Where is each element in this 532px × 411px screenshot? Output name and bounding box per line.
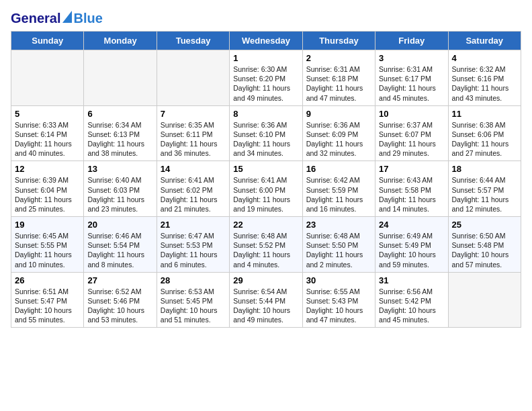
calendar-cell: 24Sunrise: 6:49 AM Sunset: 5:49 PM Dayli… bbox=[375, 217, 448, 273]
day-number: 16 bbox=[306, 164, 371, 174]
weekday-header-thursday: Thursday bbox=[302, 32, 375, 50]
day-number: 19 bbox=[15, 220, 80, 230]
calendar-cell: 23Sunrise: 6:48 AM Sunset: 5:50 PM Dayli… bbox=[302, 217, 375, 273]
day-info: Sunrise: 6:34 AM Sunset: 6:13 PM Dayligh… bbox=[87, 120, 152, 158]
day-info: Sunrise: 6:43 AM Sunset: 5:58 PM Dayligh… bbox=[379, 175, 444, 214]
day-number: 4 bbox=[452, 53, 517, 63]
day-info: Sunrise: 6:32 AM Sunset: 6:16 PM Dayligh… bbox=[452, 64, 517, 103]
day-info: Sunrise: 6:54 AM Sunset: 5:44 PM Dayligh… bbox=[233, 287, 298, 325]
day-info: Sunrise: 6:36 AM Sunset: 6:10 PM Dayligh… bbox=[233, 120, 298, 158]
day-info: Sunrise: 6:30 AM Sunset: 6:20 PM Dayligh… bbox=[233, 64, 298, 103]
day-info: Sunrise: 6:33 AM Sunset: 6:14 PM Dayligh… bbox=[15, 120, 80, 158]
calendar-cell: 12Sunrise: 6:39 AM Sunset: 6:04 PM Dayli… bbox=[11, 161, 84, 217]
calendar-cell: 21Sunrise: 6:47 AM Sunset: 5:53 PM Dayli… bbox=[157, 217, 229, 273]
day-number: 24 bbox=[379, 220, 444, 230]
day-number: 20 bbox=[87, 220, 152, 230]
calendar-cell: 9Sunrise: 6:36 AM Sunset: 6:09 PM Daylig… bbox=[302, 105, 375, 161]
day-number: 21 bbox=[161, 220, 226, 230]
calendar-cell bbox=[11, 50, 84, 106]
weekday-header-sunday: Sunday bbox=[11, 32, 84, 50]
day-number: 3 bbox=[379, 53, 444, 63]
logo-general-text: General bbox=[11, 11, 60, 25]
calendar-cell: 8Sunrise: 6:36 AM Sunset: 6:10 PM Daylig… bbox=[230, 105, 302, 161]
day-info: Sunrise: 6:55 AM Sunset: 5:43 PM Dayligh… bbox=[306, 287, 371, 325]
day-number: 12 bbox=[15, 164, 80, 174]
day-info: Sunrise: 6:38 AM Sunset: 6:06 PM Dayligh… bbox=[452, 120, 517, 158]
day-number: 18 bbox=[452, 164, 517, 174]
calendar-cell: 4Sunrise: 6:32 AM Sunset: 6:16 PM Daylig… bbox=[448, 50, 521, 106]
day-number: 6 bbox=[87, 109, 152, 119]
day-number: 13 bbox=[87, 164, 152, 174]
calendar-cell: 15Sunrise: 6:41 AM Sunset: 6:00 PM Dayli… bbox=[230, 161, 302, 217]
day-info: Sunrise: 6:48 AM Sunset: 5:52 PM Dayligh… bbox=[233, 231, 298, 269]
calendar-cell bbox=[84, 50, 157, 106]
day-number: 25 bbox=[452, 220, 517, 230]
calendar-cell: 27Sunrise: 6:52 AM Sunset: 5:46 PM Dayli… bbox=[84, 272, 157, 328]
calendar-cell: 19Sunrise: 6:45 AM Sunset: 5:55 PM Dayli… bbox=[11, 217, 84, 273]
day-info: Sunrise: 6:46 AM Sunset: 5:54 PM Dayligh… bbox=[87, 231, 152, 269]
calendar-cell: 30Sunrise: 6:55 AM Sunset: 5:43 PM Dayli… bbox=[302, 272, 375, 328]
day-info: Sunrise: 6:36 AM Sunset: 6:09 PM Dayligh… bbox=[306, 120, 371, 158]
calendar-cell: 6Sunrise: 6:34 AM Sunset: 6:13 PM Daylig… bbox=[84, 105, 157, 161]
day-info: Sunrise: 6:37 AM Sunset: 6:07 PM Dayligh… bbox=[379, 120, 444, 158]
day-info: Sunrise: 6:31 AM Sunset: 6:18 PM Dayligh… bbox=[306, 64, 371, 103]
day-info: Sunrise: 6:41 AM Sunset: 6:00 PM Dayligh… bbox=[233, 175, 298, 214]
day-info: Sunrise: 6:52 AM Sunset: 5:46 PM Dayligh… bbox=[87, 287, 152, 325]
calendar-cell: 22Sunrise: 6:48 AM Sunset: 5:52 PM Dayli… bbox=[230, 217, 302, 273]
day-number: 7 bbox=[161, 109, 226, 119]
day-info: Sunrise: 6:42 AM Sunset: 5:59 PM Dayligh… bbox=[306, 175, 371, 214]
page-header: General Blue bbox=[11, 11, 521, 26]
day-info: Sunrise: 6:40 AM Sunset: 6:03 PM Dayligh… bbox=[87, 175, 152, 214]
calendar-cell: 29Sunrise: 6:54 AM Sunset: 5:44 PM Dayli… bbox=[230, 272, 302, 328]
day-number: 11 bbox=[452, 109, 517, 119]
day-info: Sunrise: 6:35 AM Sunset: 6:11 PM Dayligh… bbox=[161, 120, 226, 158]
calendar-week-5: 26Sunrise: 6:51 AM Sunset: 5:47 PM Dayli… bbox=[11, 272, 521, 328]
day-number: 1 bbox=[233, 53, 298, 63]
calendar-cell: 31Sunrise: 6:56 AM Sunset: 5:42 PM Dayli… bbox=[375, 272, 448, 328]
weekday-header-wednesday: Wednesday bbox=[230, 32, 302, 50]
calendar-cell: 17Sunrise: 6:43 AM Sunset: 5:58 PM Dayli… bbox=[375, 161, 448, 217]
day-info: Sunrise: 6:50 AM Sunset: 5:48 PM Dayligh… bbox=[452, 231, 517, 269]
calendar-week-1: 1Sunrise: 6:30 AM Sunset: 6:20 PM Daylig… bbox=[11, 50, 521, 106]
day-number: 9 bbox=[306, 109, 371, 119]
day-info: Sunrise: 6:51 AM Sunset: 5:47 PM Dayligh… bbox=[15, 287, 80, 325]
day-number: 17 bbox=[379, 164, 444, 174]
day-info: Sunrise: 6:56 AM Sunset: 5:42 PM Dayligh… bbox=[379, 287, 444, 325]
calendar-cell bbox=[157, 50, 229, 106]
logo: General Blue bbox=[11, 11, 103, 26]
day-info: Sunrise: 6:49 AM Sunset: 5:49 PM Dayligh… bbox=[379, 231, 444, 269]
day-number: 10 bbox=[379, 109, 444, 119]
calendar-table: SundayMondayTuesdayWednesdayThursdayFrid… bbox=[11, 31, 521, 328]
day-number: 8 bbox=[233, 109, 298, 119]
weekday-header-tuesday: Tuesday bbox=[157, 32, 229, 50]
day-info: Sunrise: 6:41 AM Sunset: 6:02 PM Dayligh… bbox=[161, 175, 226, 214]
calendar-header-row: SundayMondayTuesdayWednesdayThursdayFrid… bbox=[11, 32, 521, 50]
svg-marker-0 bbox=[62, 11, 72, 23]
weekday-header-monday: Monday bbox=[84, 32, 157, 50]
weekday-header-saturday: Saturday bbox=[448, 32, 521, 50]
day-number: 23 bbox=[306, 220, 371, 230]
day-number: 31 bbox=[379, 275, 444, 285]
calendar-cell: 18Sunrise: 6:44 AM Sunset: 5:57 PM Dayli… bbox=[448, 161, 521, 217]
calendar-cell: 14Sunrise: 6:41 AM Sunset: 6:02 PM Dayli… bbox=[157, 161, 229, 217]
calendar-cell: 1Sunrise: 6:30 AM Sunset: 6:20 PM Daylig… bbox=[230, 50, 302, 106]
day-number: 22 bbox=[233, 220, 298, 230]
calendar-week-2: 5Sunrise: 6:33 AM Sunset: 6:14 PM Daylig… bbox=[11, 105, 521, 161]
calendar-cell: 5Sunrise: 6:33 AM Sunset: 6:14 PM Daylig… bbox=[11, 105, 84, 161]
calendar-cell: 13Sunrise: 6:40 AM Sunset: 6:03 PM Dayli… bbox=[84, 161, 157, 217]
day-info: Sunrise: 6:31 AM Sunset: 6:17 PM Dayligh… bbox=[379, 64, 444, 103]
day-number: 26 bbox=[15, 275, 80, 285]
day-number: 15 bbox=[233, 164, 298, 174]
day-info: Sunrise: 6:39 AM Sunset: 6:04 PM Dayligh… bbox=[15, 175, 80, 214]
weekday-header-friday: Friday bbox=[375, 32, 448, 50]
calendar-cell: 7Sunrise: 6:35 AM Sunset: 6:11 PM Daylig… bbox=[157, 105, 229, 161]
day-number: 29 bbox=[233, 275, 298, 285]
calendar-cell: 20Sunrise: 6:46 AM Sunset: 5:54 PM Dayli… bbox=[84, 217, 157, 273]
calendar-cell: 16Sunrise: 6:42 AM Sunset: 5:59 PM Dayli… bbox=[302, 161, 375, 217]
day-info: Sunrise: 6:44 AM Sunset: 5:57 PM Dayligh… bbox=[452, 175, 517, 214]
logo-blue-text: Blue bbox=[73, 11, 102, 25]
calendar-cell: 2Sunrise: 6:31 AM Sunset: 6:18 PM Daylig… bbox=[302, 50, 375, 106]
day-number: 28 bbox=[161, 275, 226, 285]
calendar-cell: 26Sunrise: 6:51 AM Sunset: 5:47 PM Dayli… bbox=[11, 272, 84, 328]
calendar-cell: 25Sunrise: 6:50 AM Sunset: 5:48 PM Dayli… bbox=[448, 217, 521, 273]
